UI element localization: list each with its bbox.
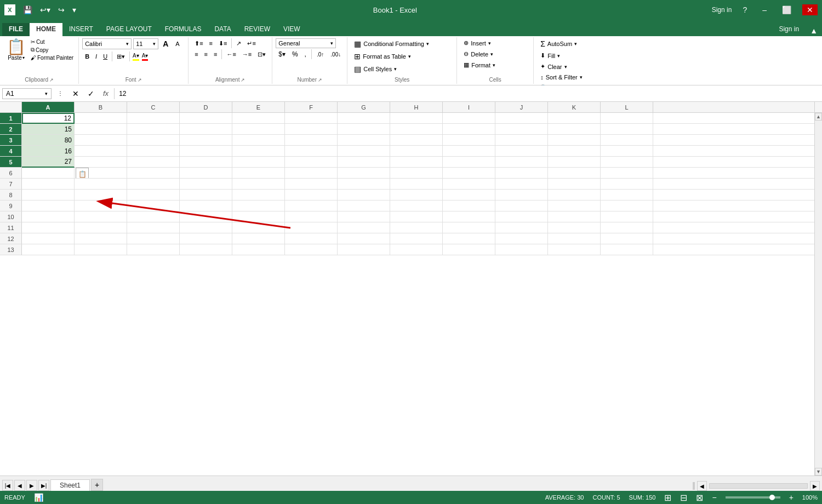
alignment-dialog-icon[interactable]: ↗	[241, 77, 245, 83]
cell-F5[interactable]	[285, 157, 338, 168]
close-button[interactable]: ✕	[802, 4, 818, 15]
cell-G12[interactable]	[338, 233, 390, 244]
col-header-K[interactable]: K	[548, 102, 601, 113]
cell-C1[interactable]	[127, 113, 180, 124]
cell-L8[interactable]	[601, 190, 653, 201]
cell-H5[interactable]	[390, 157, 443, 168]
cell-F11[interactable]	[285, 222, 338, 233]
name-box[interactable]: A1 ▾	[2, 88, 52, 99]
cell-C3[interactable]	[127, 135, 180, 146]
cell-K12[interactable]	[548, 233, 601, 244]
cell-E11[interactable]	[232, 222, 285, 233]
row-header-2[interactable]: 2	[0, 124, 22, 135]
cell-C13[interactable]	[127, 244, 180, 255]
increase-font-button[interactable]: A	[160, 38, 171, 49]
cell-H3[interactable]	[390, 135, 443, 146]
cell-I3[interactable]	[443, 135, 495, 146]
cell-K3[interactable]	[548, 135, 601, 146]
cell-K4[interactable]	[548, 146, 601, 157]
sheet-tab-1[interactable]: Sheet1	[50, 479, 90, 491]
tab-file[interactable]: FILE	[2, 23, 30, 36]
cell-E3[interactable]	[232, 135, 285, 146]
cell-F10[interactable]	[285, 211, 338, 222]
cell-L6[interactable]	[601, 168, 653, 179]
font-color-button[interactable]: A▾	[141, 52, 150, 61]
cell-G5[interactable]	[338, 157, 390, 168]
cell-K9[interactable]	[548, 201, 601, 211]
row-header-4[interactable]: 4	[0, 146, 22, 157]
cell-A1[interactable]: 12	[22, 113, 75, 124]
scroll-up-button[interactable]: ▲	[815, 113, 822, 121]
cell-E5[interactable]	[232, 157, 285, 168]
cell-L5[interactable]	[601, 157, 653, 168]
increase-indent-button[interactable]: →≡	[239, 49, 254, 59]
cell-D3[interactable]	[180, 135, 232, 146]
cell-B1[interactable]	[75, 113, 127, 124]
cell-D11[interactable]	[180, 222, 232, 233]
cell-C7[interactable]	[127, 179, 180, 190]
cell-D13[interactable]	[180, 244, 232, 255]
zoom-in-button[interactable]: +	[789, 493, 794, 502]
cell-A9[interactable]	[22, 201, 75, 211]
cell-H11[interactable]	[390, 222, 443, 233]
col-header-B[interactable]: B	[75, 102, 127, 113]
cell-L1[interactable]	[601, 113, 653, 124]
zoom-out-button[interactable]: −	[712, 493, 716, 502]
sheet-nav-next[interactable]: ▶	[26, 480, 37, 491]
cell-I1[interactable]	[443, 113, 495, 124]
cell-A6[interactable]	[22, 168, 75, 179]
row-header-5[interactable]: 5	[0, 157, 22, 168]
row-header-12[interactable]: 12	[0, 233, 22, 244]
col-header-F[interactable]: F	[285, 102, 338, 113]
cell-E9[interactable]	[232, 201, 285, 211]
cell-A3[interactable]: 80	[22, 135, 75, 146]
tab-data[interactable]: DATA	[208, 23, 237, 36]
cell-H10[interactable]	[390, 211, 443, 222]
cell-L4[interactable]	[601, 146, 653, 157]
cell-D9[interactable]	[180, 201, 232, 211]
cell-K13[interactable]	[548, 244, 601, 255]
zoom-slider[interactable]	[726, 496, 780, 499]
fill-button[interactable]: ⬇ Fill ▾	[537, 51, 563, 60]
cell-I9[interactable]	[443, 201, 495, 211]
cell-J9[interactable]	[495, 201, 548, 211]
cell-H8[interactable]	[390, 190, 443, 201]
cell-J10[interactable]	[495, 211, 548, 222]
cell-L7[interactable]	[601, 179, 653, 190]
cell-D2[interactable]	[180, 124, 232, 135]
percent-button[interactable]: %	[289, 49, 301, 59]
save-button[interactable]: 💾	[21, 4, 35, 15]
cell-F12[interactable]	[285, 233, 338, 244]
tab-view[interactable]: VIEW	[277, 23, 307, 36]
cell-A8[interactable]	[22, 190, 75, 201]
cell-K5[interactable]	[548, 157, 601, 168]
sum-button[interactable]: Σ AutoSum ▾	[537, 38, 580, 49]
col-header-H[interactable]: H	[390, 102, 443, 113]
cell-E1[interactable]	[232, 113, 285, 124]
row-header-11[interactable]: 11	[0, 222, 22, 233]
merge-center-button[interactable]: ⊡▾	[255, 49, 269, 59]
cell-styles-button[interactable]: ▤ Cell Styles ▾	[351, 64, 400, 75]
font-size-selector[interactable]: 11 ▾	[133, 38, 158, 49]
copy-button[interactable]: ⧉ Copy	[29, 46, 75, 54]
cell-I10[interactable]	[443, 211, 495, 222]
col-header-D[interactable]: D	[180, 102, 232, 113]
conditional-formatting-button[interactable]: ▦ Conditional Formatting ▾	[351, 38, 432, 49]
row-header-1[interactable]: 1	[0, 113, 22, 124]
cell-G6[interactable]	[338, 168, 390, 179]
cell-C2[interactable]	[127, 124, 180, 135]
cell-H1[interactable]	[390, 113, 443, 124]
confirm-formula-button[interactable]: ✓	[84, 88, 98, 100]
cell-K10[interactable]	[548, 211, 601, 222]
row-header-9[interactable]: 9	[0, 201, 22, 211]
scroll-down-button[interactable]: ▼	[815, 468, 822, 476]
cell-J3[interactable]	[495, 135, 548, 146]
cell-E6[interactable]	[232, 168, 285, 179]
cell-F2[interactable]	[285, 124, 338, 135]
cell-J13[interactable]	[495, 244, 548, 255]
row-header-3[interactable]: 3	[0, 135, 22, 146]
options-dots[interactable]	[693, 482, 695, 490]
cell-D8[interactable]	[180, 190, 232, 201]
add-sheet-button[interactable]: +	[91, 479, 103, 491]
clipboard-dialog-icon[interactable]: ↗	[49, 77, 54, 83]
